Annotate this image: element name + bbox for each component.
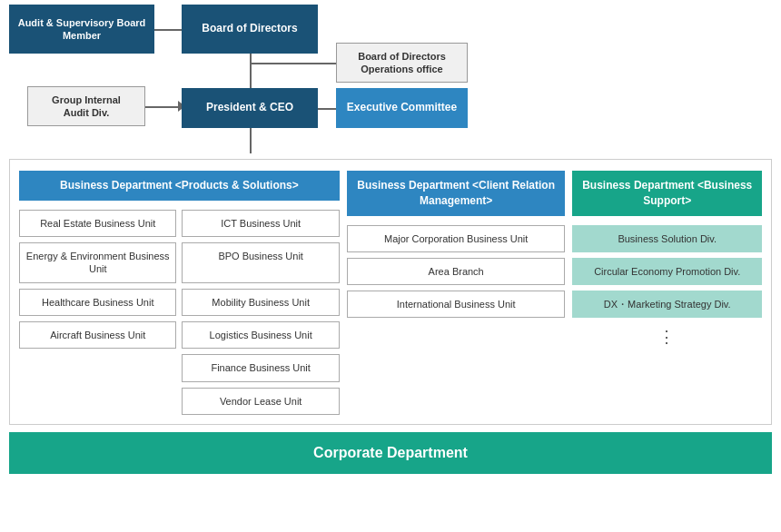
org-chart-top: Audit & Supervisory Board Member Board o… bbox=[0, 0, 781, 159]
more-units-dots: ⋮ bbox=[572, 327, 762, 347]
unit-vendor: Vendor Lease Unit bbox=[182, 388, 339, 415]
unit-major-corp: Major Corporation Business Unit bbox=[347, 225, 566, 252]
client-dept-header: Business Department <Client Relation Man… bbox=[347, 171, 566, 216]
unit-logistics: Logistics Business Unit bbox=[182, 321, 339, 349]
unit-healthcare: Healthcare Business Unit bbox=[19, 289, 176, 316]
products-units-grid: Real Estate Business Unit ICT Business U… bbox=[19, 210, 340, 415]
president-box: President & CEO bbox=[182, 88, 318, 128]
board-ops-box: Board of Directors Operations office bbox=[336, 43, 468, 83]
group-audit-box: Group Internal Audit Div. bbox=[27, 86, 145, 126]
unit-finance: Finance Business Unit bbox=[182, 354, 339, 381]
support-dept: Business Department <Business Support> B… bbox=[572, 171, 762, 415]
unit-energy: Energy & Environment Business Unit bbox=[19, 242, 176, 283]
departments-section: Business Department <Products & Solution… bbox=[9, 159, 772, 425]
unit-circular-economy: Circular Economy Promotion Div. bbox=[572, 258, 762, 285]
unit-dx-marketing: DX・Marketing Strategy Div. bbox=[572, 291, 762, 318]
support-dept-header: Business Department <Business Support> bbox=[572, 171, 762, 216]
products-dept: Business Department <Products & Solution… bbox=[19, 171, 340, 415]
unit-international: International Business Unit bbox=[347, 291, 566, 318]
unit-ict: ICT Business Unit bbox=[182, 210, 339, 237]
corporate-bar: Corporate Department bbox=[9, 432, 772, 474]
unit-real-estate: Real Estate Business Unit bbox=[19, 210, 176, 237]
unit-bpo: BPO Business Unit bbox=[182, 242, 339, 283]
exec-committee-box: Executive Committee bbox=[336, 88, 468, 128]
client-dept: Business Department <Client Relation Man… bbox=[347, 171, 566, 415]
board-directors-box: Board of Directors bbox=[182, 5, 318, 54]
audit-board-box: Audit & Supervisory Board Member bbox=[9, 5, 154, 54]
unit-biz-solution: Business Solution Div. bbox=[572, 225, 762, 252]
unit-mobility: Mobility Business Unit bbox=[182, 289, 339, 316]
unit-aircraft: Aircraft Business Unit bbox=[19, 321, 176, 349]
products-dept-header: Business Department <Products & Solution… bbox=[19, 171, 340, 201]
unit-area-branch: Area Branch bbox=[347, 258, 566, 285]
